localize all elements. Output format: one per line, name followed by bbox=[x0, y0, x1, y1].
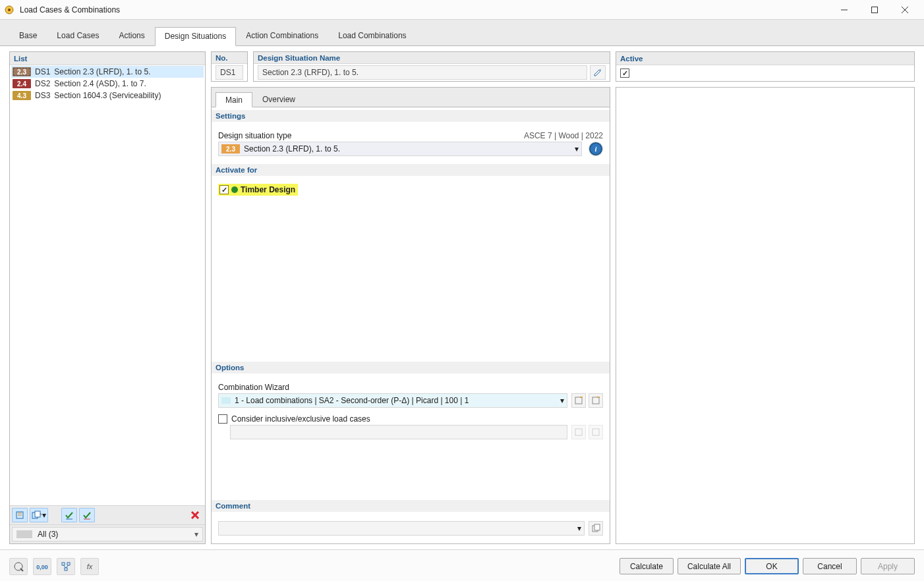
tree-button[interactable] bbox=[57, 558, 75, 575]
active-checkbox[interactable] bbox=[620, 69, 629, 78]
footer: 0,00 f⁢x Calculate Calculate All OK Canc… bbox=[0, 549, 924, 581]
tab-base[interactable]: Base bbox=[9, 26, 47, 45]
window-minimize-button[interactable] bbox=[829, 0, 859, 20]
settings-header: Settings bbox=[212, 110, 610, 122]
list-row-ds1[interactable]: 2.3 DS1 Section 2.3 (LRFD), 1. to 5. bbox=[11, 66, 204, 78]
calculate-all-button[interactable]: Calculate All bbox=[678, 558, 741, 574]
ok-button[interactable]: OK bbox=[745, 558, 799, 574]
badge-ds1: 2.3 bbox=[13, 67, 31, 76]
options-header: Options bbox=[212, 362, 610, 374]
svg-line-26 bbox=[20, 568, 23, 571]
wizard-value: 1 - Load combinations | SA2 - Second-ord… bbox=[235, 396, 469, 405]
copy-item-button[interactable]: ▾ bbox=[30, 508, 48, 522]
standard-label: ASCE 7 | Wood | 2022 bbox=[524, 131, 603, 140]
badge-ds3: 4.3 bbox=[13, 91, 31, 100]
status-dot-icon bbox=[231, 186, 238, 193]
cancel-button[interactable]: Cancel bbox=[803, 558, 857, 574]
active-pane: Active bbox=[616, 51, 915, 82]
tab-action-combinations[interactable]: Action Combinations bbox=[236, 26, 328, 45]
window-maximize-button[interactable] bbox=[859, 0, 890, 20]
list-panel: List 2.3 DS1 Section 2.3 (LRFD), 1. to 5… bbox=[9, 51, 206, 544]
wizard-label: Combination Wizard bbox=[218, 383, 289, 392]
delete-item-button[interactable] bbox=[187, 508, 203, 522]
workspace: List 2.3 DS1 Section 2.3 (LRFD), 1. to 5… bbox=[0, 46, 924, 549]
type-badge: 2.3 bbox=[221, 144, 240, 153]
apply-button[interactable]: Apply bbox=[861, 558, 915, 574]
name-value: Section 2.3 (LRFD), 1. to 5. bbox=[262, 68, 359, 77]
filter-value: All (3) bbox=[38, 530, 58, 539]
svg-rect-30 bbox=[65, 568, 67, 570]
svg-rect-24 bbox=[594, 524, 600, 530]
calculate-button[interactable]: Calculate bbox=[620, 558, 674, 574]
wizard-swatch bbox=[221, 397, 231, 404]
no-header: No. bbox=[212, 52, 247, 64]
list-toolbar: ▾ bbox=[10, 505, 205, 524]
list-row-ds3[interactable]: 4.3 DS3 Section 1604.3 (Serviceability) bbox=[11, 90, 204, 101]
svg-rect-22 bbox=[592, 429, 599, 435]
deselect-all-button[interactable] bbox=[79, 508, 95, 522]
info-button[interactable]: i bbox=[589, 142, 603, 156]
list-desc: Section 1604.3 (Serviceability) bbox=[54, 91, 161, 100]
sub-tab-overview[interactable]: Overview bbox=[252, 92, 305, 107]
no-value: DS1 bbox=[220, 68, 235, 77]
window-close-button[interactable] bbox=[890, 0, 920, 20]
design-type-select[interactable]: 2.3 Section 2.3 (LRFD), 1. to 5. ▾ bbox=[218, 142, 582, 156]
tab-actions[interactable]: Actions bbox=[109, 26, 154, 45]
svg-rect-21 bbox=[575, 429, 582, 435]
filter-swatch bbox=[16, 530, 32, 538]
new-item-button[interactable] bbox=[12, 508, 28, 522]
wizard-new-button[interactable] bbox=[571, 393, 586, 408]
consider-checkbox[interactable] bbox=[218, 414, 227, 424]
active-header: Active bbox=[616, 52, 914, 65]
type-value: Section 2.3 (LRFD), 1. to 5. bbox=[244, 144, 340, 153]
list-code: DS1 bbox=[35, 67, 50, 76]
type-label: Design situation type bbox=[218, 131, 291, 140]
wizard-select[interactable]: 1 - Load combinations | SA2 - Second-ord… bbox=[218, 393, 567, 408]
list-code: DS2 bbox=[35, 79, 50, 88]
timber-design-option[interactable]: Timber Design bbox=[218, 184, 298, 196]
list-filter-dropdown[interactable]: All (3) ▾ bbox=[12, 527, 203, 541]
svg-rect-3 bbox=[872, 7, 878, 13]
consider-label: Consider inclusive/exclusive load cases bbox=[231, 414, 370, 424]
tab-design-situations[interactable]: Design Situations bbox=[155, 27, 236, 46]
no-field[interactable]: DS1 bbox=[216, 65, 243, 80]
svg-text:0,00: 0,00 bbox=[36, 564, 48, 570]
activate-header: Activate for bbox=[212, 164, 610, 176]
wizard-edit-button[interactable] bbox=[589, 393, 603, 408]
chevron-down-icon: ▾ bbox=[194, 530, 198, 539]
details-panel: No. DS1 Design Situation Name Section 2.… bbox=[211, 51, 915, 544]
svg-rect-20 bbox=[592, 397, 599, 404]
units-button[interactable]: 0,00 bbox=[33, 558, 51, 575]
no-pane: No. DS1 bbox=[211, 51, 248, 82]
sub-tabs: Main Overview bbox=[212, 88, 610, 107]
comment-field[interactable]: ▾ bbox=[218, 521, 585, 536]
chevron-down-icon: ▾ bbox=[575, 144, 579, 153]
main-tabs: Base Load Cases Actions Design Situation… bbox=[0, 20, 924, 46]
consider-edit-button bbox=[589, 425, 603, 439]
comment-header: Comment bbox=[212, 500, 610, 512]
tab-load-cases[interactable]: Load Cases bbox=[47, 26, 109, 45]
consider-checkbox-row[interactable]: Consider inclusive/exclusive load cases bbox=[218, 414, 370, 424]
consider-select[interactable] bbox=[230, 425, 567, 439]
consider-new-button bbox=[571, 425, 586, 439]
edit-name-button[interactable] bbox=[590, 65, 606, 80]
list-row-ds2[interactable]: 2.4 DS2 Section 2.4 (ASD), 1. to 7. bbox=[11, 78, 204, 90]
select-all-button[interactable] bbox=[61, 508, 77, 522]
help-button[interactable] bbox=[9, 558, 28, 575]
name-field[interactable]: Section 2.3 (LRFD), 1. to 5. bbox=[258, 65, 587, 80]
svg-rect-10 bbox=[35, 511, 40, 517]
list-desc: Section 2.4 (ASD), 1. to 7. bbox=[54, 79, 146, 88]
window-title: Load Cases & Combinations bbox=[20, 5, 120, 14]
titlebar: Load Cases & Combinations bbox=[0, 0, 924, 20]
calculate-label: Calculate bbox=[630, 562, 663, 571]
main-column: Main Overview Settings Design situation … bbox=[211, 87, 610, 544]
timber-checkbox[interactable] bbox=[219, 185, 229, 194]
app-icon bbox=[4, 5, 14, 15]
tab-load-combinations[interactable]: Load Combinations bbox=[328, 26, 416, 45]
svg-line-31 bbox=[63, 565, 66, 568]
svg-line-32 bbox=[66, 565, 69, 568]
sub-tab-main[interactable]: Main bbox=[216, 92, 252, 107]
comment-pick-button[interactable] bbox=[589, 521, 603, 536]
function-button[interactable]: f⁢x bbox=[80, 558, 99, 575]
svg-rect-29 bbox=[67, 563, 70, 565]
